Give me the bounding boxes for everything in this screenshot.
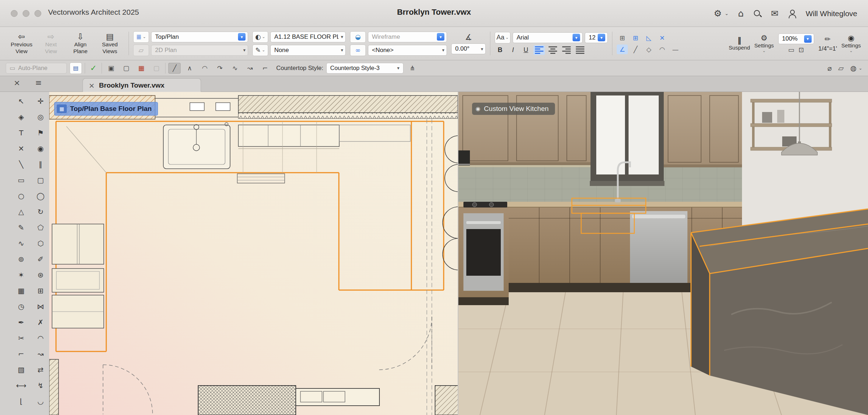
angle-field[interactable]: 0.00° — [451, 43, 486, 54]
flag-callout-tool[interactable]: ⚑ — [32, 125, 49, 140]
freeform-curve-tool[interactable]: ↻ — [32, 204, 49, 219]
render-mode-dropdown[interactable]: Wireframe — [368, 32, 447, 42]
render-viewport[interactable]: ◉ Custom View Kitchen — [458, 92, 868, 415]
dropdown-arrow-icon[interactable] — [238, 33, 246, 41]
flyover-orbit-tool[interactable]: ◈ — [13, 109, 29, 125]
align-left-button[interactable] — [533, 45, 545, 55]
pan-hand-tool[interactable]: ✛ — [32, 93, 49, 109]
split-scissors-tool[interactable]: ✂ — [13, 330, 29, 346]
bold-button[interactable]: B — [495, 45, 505, 55]
dropdown-arrow-icon[interactable] — [573, 34, 580, 41]
scale-pen-icon[interactable]: ✏ — [825, 35, 831, 43]
fit-page-icon[interactable]: ⊡ — [798, 46, 804, 53]
freehand-mode-icon[interactable]: ∿ — [229, 63, 241, 74]
dimension-tool[interactable]: ⟷ — [13, 378, 29, 393]
selection-arrow-tool[interactable]: ↖ — [13, 93, 29, 109]
rounded-rectangle-tool[interactable]: ▢ — [32, 172, 49, 188]
oval-tool[interactable]: ◯ — [32, 188, 49, 204]
saved-views-button[interactable]: ▤ Saved Views — [95, 33, 124, 54]
double-arc-tool[interactable]: ◡ — [32, 393, 49, 409]
text-style-button[interactable]: Aa⌄ — [495, 32, 510, 43]
triangle-tool[interactable]: △ — [13, 204, 29, 219]
corner-vertex-mode-icon[interactable]: ╱ — [168, 63, 181, 74]
align-center-button[interactable] — [547, 45, 559, 55]
attribute-brush-tool[interactable]: ✒ — [13, 314, 29, 330]
smart-edge-icon[interactable]: ◇ — [643, 45, 654, 54]
fit-objects-icon[interactable]: ▭ — [788, 46, 794, 53]
layer-dropdown[interactable]: Top/Plan — [151, 32, 248, 42]
justify-button[interactable] — [574, 45, 586, 55]
countertop-style-dropdown[interactable]: Countertop Style-3 — [326, 63, 403, 74]
tangent-snap-icon[interactable]: ◠ — [657, 45, 668, 54]
align-right-button[interactable] — [561, 45, 572, 55]
angle-snap-icon[interactable]: ∠ — [617, 45, 628, 54]
snap-to-angle-icon[interactable]: ◺ — [643, 33, 654, 43]
distance-snap-icon[interactable]: — — [670, 45, 681, 54]
grid-icon[interactable]: ⊞ — [617, 33, 628, 43]
home-icon[interactable]: ⌂ — [738, 9, 744, 18]
attribute-class-dropdown[interactable]: None — [270, 45, 346, 56]
angle-icon[interactable]: ∡ — [465, 33, 472, 42]
rotate-tool[interactable]: ◷ — [13, 299, 29, 314]
font-size-dropdown[interactable]: 12 — [585, 32, 608, 43]
next-view-button[interactable]: ⇨ Next View — [37, 33, 65, 54]
polygon-tool[interactable]: ⬠ — [32, 220, 49, 235]
zoom-tool[interactable]: ◎ — [32, 109, 49, 125]
polyline-tool[interactable]: ✎ — [13, 220, 29, 235]
corner-shape-tool[interactable]: ⌊ — [13, 393, 29, 409]
tangent-arc-mode-icon[interactable]: ↷ — [214, 63, 226, 74]
previous-view-button[interactable]: ⇦ Previous View — [7, 33, 36, 54]
surface-mode-icon[interactable]: ▢ — [150, 63, 162, 74]
visibility-tool[interactable]: ◉ — [32, 141, 49, 156]
eyedropper-tool[interactable]: ✐ — [32, 251, 49, 267]
italic-button[interactable]: I — [508, 45, 518, 55]
frame-tool[interactable]: ⊞ — [32, 283, 49, 298]
mail-icon[interactable]: ✉ — [771, 9, 779, 18]
scale-value[interactable]: 1/4"=1' — [818, 45, 837, 52]
auto-plane-options-button[interactable]: ▤ — [70, 62, 82, 74]
arc-vertex-mode-icon[interactable]: ◠ — [199, 63, 211, 74]
document-tab[interactable]: × Brooklyn Tower.vwx — [83, 78, 201, 92]
shear-tool[interactable]: ▧ — [13, 362, 29, 377]
rectangle-tool[interactable]: ▭ — [13, 172, 29, 188]
extend-tool[interactable]: ↝ — [32, 346, 49, 362]
trim-tool[interactable]: ⌐ — [13, 346, 29, 362]
line-tool[interactable]: ╲ — [13, 157, 29, 172]
user-icon[interactable] — [788, 9, 796, 18]
circle-tool[interactable]: ○ — [13, 188, 29, 204]
auto-plane-field[interactable]: ▭ Auto-Plane — [6, 63, 67, 74]
working-plane-icon[interactable]: ▱ — [838, 64, 844, 73]
hide-details-icon[interactable]: ⌀ — [827, 64, 832, 73]
dropdown-arrow-icon[interactable] — [598, 34, 605, 41]
plan-viewport[interactable]: ▦ Top/Plan Base Floor Plan — [49, 92, 458, 415]
planar-mode-icon[interactable]: ▣ — [105, 63, 117, 74]
plan-viewport-label[interactable]: ▦ Top/Plan Base Floor Plan — [54, 102, 158, 116]
spiral-tool[interactable]: ⊚ — [13, 251, 29, 267]
fillet-mode-icon[interactable]: ↝ — [244, 63, 256, 74]
move-tool[interactable]: ⇄ — [32, 362, 49, 377]
render-mode-icon-button[interactable]: ◒ — [350, 31, 366, 43]
render-viewport-label[interactable]: ◉ Custom View Kitchen — [472, 103, 555, 115]
smart-points-icon[interactable]: ╱ — [630, 45, 641, 54]
class-icon-button[interactable]: ◐⌄ — [252, 31, 268, 43]
confirm-check-icon[interactable]: ✓ — [88, 64, 99, 73]
background-render-dropdown[interactable]: <None> — [368, 45, 447, 56]
gear-chevron-icon[interactable]: ⌄ — [725, 11, 729, 16]
extrude-mode-icon[interactable]: ▦ — [135, 63, 147, 74]
style-tools-icon[interactable]: ⋔ — [406, 63, 419, 74]
dropdown-arrow-icon[interactable] — [804, 35, 812, 43]
snap-to-grid-icon[interactable]: ⊞ — [630, 33, 641, 43]
view-settings-button[interactable]: ◉ Settings ⌄ — [841, 34, 861, 53]
magic-wand-tool[interactable]: ✶ — [13, 267, 29, 283]
suspend-button[interactable]: ‖ Suspend — [729, 37, 750, 51]
screen-plane-mode-icon[interactable]: ▢ — [120, 63, 132, 74]
double-line-tool[interactable]: ∥ — [32, 157, 49, 172]
render-globe-icon[interactable]: ◍ — [850, 64, 856, 73]
settings-button[interactable]: ⚙ Settings ⌄ — [754, 34, 774, 53]
plan-mode-icon-button[interactable]: ▱ — [133, 45, 149, 56]
align-plane-button[interactable]: ⇩ Align Plane — [66, 33, 95, 54]
plan-mode-dropdown[interactable]: 2D Plan — [151, 45, 248, 56]
hexagon-tool[interactable]: ⬡ — [32, 236, 49, 251]
mirror-tool[interactable]: ⋈ — [32, 299, 49, 314]
symbol-insert-tool[interactable]: ▦ — [13, 283, 29, 298]
